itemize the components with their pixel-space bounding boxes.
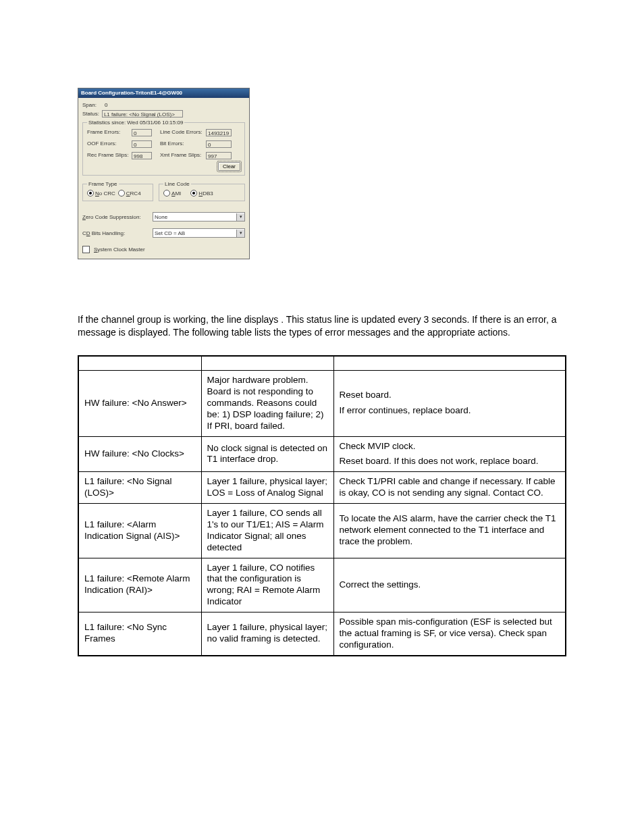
cd-bits-label: CD Bits Handling: xyxy=(82,230,149,237)
error-description-cell: Layer 1 failure, CO sends all 1's to our… xyxy=(201,504,333,558)
radio-crc4[interactable]: CRC4 xyxy=(118,190,141,197)
error-action-cell: Reset board.If error continues, replace … xyxy=(333,371,566,436)
description-paragraph: If the channel group is working, the lin… xyxy=(78,313,566,339)
table-row: L1 failure: <No Sync FramesLayer 1 failu… xyxy=(78,613,566,656)
zero-suppression-value: None xyxy=(155,214,167,221)
frame-errors-value: 0 xyxy=(132,129,152,136)
error-action-cell: To locate the AIS alarm, have the carrie… xyxy=(333,504,566,558)
error-description-cell: Major hardware problem. Board is not res… xyxy=(201,371,333,436)
radio-icon xyxy=(190,190,197,197)
radio-no-crc[interactable]: No CRC xyxy=(87,190,115,197)
error-action-cell: Correct the settings. xyxy=(333,558,566,613)
error-description-cell: No clock signal is detected on T1 interf… xyxy=(201,436,333,472)
board-config-dialog: Board Configuration-TritonE1-4@GW00 Span… xyxy=(78,88,250,259)
zero-suppression-label: Zero Code Suppression: xyxy=(82,214,149,221)
table-header-row xyxy=(78,356,566,371)
table-row: HW failure: <No Clocks>No clock signal i… xyxy=(78,436,566,472)
error-action-cell: Check MVIP clock.Reset board. If this do… xyxy=(333,436,566,472)
table-row: HW failure: <No Answer>Major hardware pr… xyxy=(78,371,566,436)
chevron-down-icon: ▾ xyxy=(236,213,244,221)
line-code-errors-value: 1493219 xyxy=(206,129,232,136)
error-message-cell: L1 failure: <No Signal (LOS)> xyxy=(78,472,201,504)
error-message-cell: HW failure: <No Answer> xyxy=(78,371,201,436)
table-row: L1 failure: <Remote Alarm Indication (RA… xyxy=(78,558,566,613)
error-action-cell: Possible span mis-configuration (ESF is … xyxy=(333,613,566,656)
radio-hdb3[interactable]: HDB3 xyxy=(190,190,213,197)
line-code-errors-label: Line Code Errors: xyxy=(160,129,203,136)
error-message-cell: L1 failure: <Alarm Indication Signal (AI… xyxy=(78,504,201,558)
system-clock-label: System Clock Master xyxy=(94,246,145,253)
frame-errors-label: Frame Errors: xyxy=(87,129,129,136)
table-row: L1 failure: <Alarm Indication Signal (AI… xyxy=(78,504,566,558)
status-label: Status: xyxy=(82,111,99,118)
radio-ami[interactable]: AMI xyxy=(163,190,181,197)
error-description-cell: Layer 1 failure, physical layer; LOS = L… xyxy=(201,472,333,504)
frame-type-legend: Frame Type xyxy=(87,181,119,188)
radio-icon xyxy=(163,190,170,197)
span-label: Span: xyxy=(82,102,97,109)
span-value: 0 xyxy=(105,102,107,109)
dialog-titlebar: Board Configuration-TritonE1-4@GW00 xyxy=(78,88,249,98)
error-description-cell: Layer 1 failure, physical layer; no vali… xyxy=(201,613,333,656)
rec-slips-value: 998 xyxy=(132,152,152,159)
xmt-slips-label: Xmt Frame Slips: xyxy=(160,152,203,159)
error-message-cell: HW failure: <No Clocks> xyxy=(78,436,201,472)
system-clock-checkbox[interactable] xyxy=(82,246,90,253)
radio-icon xyxy=(118,190,125,197)
clear-button[interactable]: Clear xyxy=(218,162,240,171)
cd-bits-select[interactable]: Set CD = AB ▾ xyxy=(153,228,245,238)
chevron-down-icon: ▾ xyxy=(236,230,244,237)
statistics-legend: Statistics since: Wed 05/31/06 10:15:09 xyxy=(87,120,184,126)
bit-errors-value: 0 xyxy=(206,140,232,148)
radio-icon xyxy=(87,190,94,197)
cd-bits-value: Set CD = AB xyxy=(155,230,185,237)
error-description-cell: Layer 1 failure, CO notifies that the co… xyxy=(201,558,333,613)
error-message-cell: L1 failure: <No Sync Frames xyxy=(78,613,201,656)
zero-suppression-select[interactable]: None ▾ xyxy=(153,212,245,221)
statistics-fieldset: Statistics since: Wed 05/31/06 10:15:09 … xyxy=(82,120,245,176)
line-code-fieldset: Line Code AMI HDB3 xyxy=(159,181,245,202)
line-code-legend: Line Code xyxy=(163,181,190,188)
rec-slips-label: Rec Frame Slips: xyxy=(87,152,129,159)
bit-errors-label: Bit Errors: xyxy=(160,140,203,147)
frame-type-fieldset: Frame Type No CRC CRC4 xyxy=(82,181,153,202)
error-action-cell: Check T1/PRI cable and change if necessa… xyxy=(333,472,566,504)
xmt-slips-value: 997 xyxy=(206,152,232,159)
oof-errors-label: OOF Errors: xyxy=(87,140,129,147)
error-message-cell: L1 failure: <Remote Alarm Indication (RA… xyxy=(78,558,201,613)
oof-errors-value: 0 xyxy=(132,140,152,148)
table-row: L1 failure: <No Signal (LOS)>Layer 1 fai… xyxy=(78,472,566,504)
status-value: L1 failure: <No Signal (LOS)> xyxy=(102,110,183,118)
error-messages-table: HW failure: <No Answer>Major hardware pr… xyxy=(78,355,566,656)
